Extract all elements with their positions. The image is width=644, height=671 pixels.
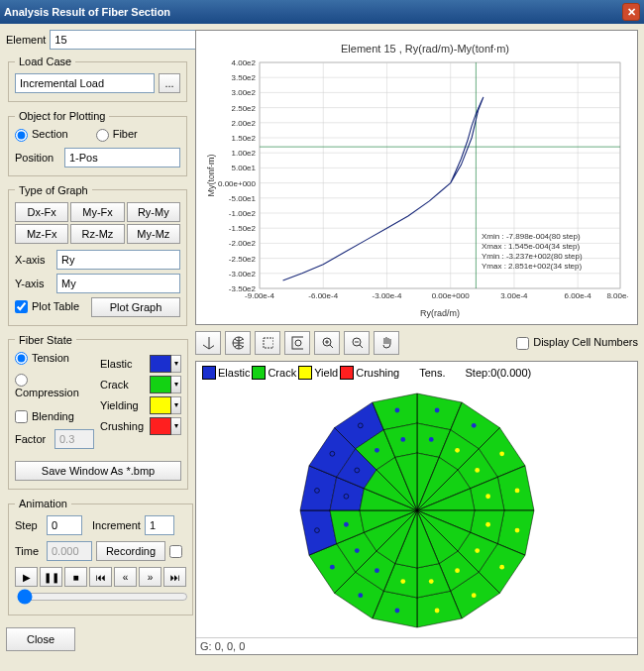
svg-text:-2.50e2: -2.50e2	[229, 255, 257, 264]
svg-rect-57	[264, 338, 273, 348]
svg-point-109	[400, 437, 405, 442]
element-field[interactable]	[50, 30, 196, 50]
svg-point-93	[394, 408, 399, 413]
svg-text:Ymax : 2.851e+002(34 step): Ymax : 2.851e+002(34 step)	[482, 262, 583, 271]
radio-tension[interactable]: Tension	[15, 352, 69, 364]
zoom-in-icon[interactable]	[314, 331, 340, 355]
animation-group: Animation Step Increment Time Recording …	[8, 498, 193, 615]
recording-button[interactable]: Recording	[96, 541, 165, 561]
fiber-state-group: Fiber State Tension Compression Blending…	[8, 334, 188, 491]
svg-point-79	[471, 423, 476, 428]
svg-point-59	[295, 340, 301, 346]
svg-text:6.00e-4: 6.00e-4	[565, 291, 592, 300]
svg-text:3.00e-4: 3.00e-4	[500, 291, 528, 300]
svg-text:5.00e1: 5.00e1	[232, 164, 257, 172]
yaxis-label: Y-axis	[15, 278, 51, 289]
zoom-window-icon[interactable]	[255, 331, 280, 355]
increment-field[interactable]	[145, 515, 174, 535]
chart: Element 15 , Ry(rad/m)-My(tonf·m)-9.00e-…	[202, 39, 628, 318]
close-button[interactable]: Close	[6, 627, 75, 651]
svg-point-94	[428, 437, 433, 442]
step-field[interactable]	[47, 515, 82, 535]
swatch-elastic-drop[interactable]: ▾	[171, 355, 181, 373]
view-toolbar	[195, 331, 399, 355]
btn-ry-my[interactable]: Ry-My	[127, 202, 180, 222]
svg-point-102	[400, 579, 405, 584]
btn-rz-mz[interactable]: Rz-Mz	[70, 224, 124, 244]
rewind-button[interactable]: «	[114, 567, 137, 587]
step-label: Step	[15, 519, 43, 531]
svg-point-88	[329, 565, 334, 570]
pause-button[interactable]: ❚❚	[40, 567, 62, 587]
loadcase-group: Load Case Incremental Load ...	[8, 56, 187, 102]
svg-text:1.50e2: 1.50e2	[232, 134, 257, 143]
svg-point-96	[475, 468, 480, 473]
display-cell-check[interactable]: Display Cell Numbers	[516, 336, 638, 350]
pan-icon[interactable]	[374, 331, 399, 355]
svg-point-104	[354, 548, 359, 553]
title-bar: Analysis Result of Fiber Section ✕	[0, 0, 644, 24]
object-plotting-group: Object for Plotting Section Fiber Positi…	[8, 110, 187, 176]
svg-text:-5.00e1: -5.00e1	[229, 194, 257, 203]
xaxis-select[interactable]: Ry	[56, 250, 180, 270]
svg-point-83	[499, 565, 504, 570]
svg-point-80	[499, 451, 504, 456]
last-button[interactable]: ⏭	[163, 567, 186, 587]
increment-label: Increment	[92, 519, 141, 531]
btn-my-fx[interactable]: My-Fx	[70, 202, 124, 222]
recording-check[interactable]	[169, 545, 182, 558]
radio-fiber[interactable]: Fiber	[96, 128, 138, 142]
save-window-button[interactable]: Save Window As *.bmp	[15, 461, 181, 481]
svg-text:0.00e+000: 0.00e+000	[432, 291, 471, 300]
yaxis-select[interactable]: My	[56, 274, 180, 293]
left-panel: Element En Load Case Incremental Load ..…	[6, 30, 189, 655]
graph-panel: Element 15 , Ry(rad/m)-My(tonf·m)-9.00e-…	[195, 30, 638, 325]
loadcase-more-button[interactable]: ...	[159, 73, 180, 93]
loadcase-select[interactable]: Incremental Load	[15, 73, 155, 93]
globe-icon[interactable]	[225, 331, 251, 355]
axes-icon[interactable]	[195, 331, 221, 355]
forward-button[interactable]: »	[139, 567, 161, 587]
plot-graph-button[interactable]: Plot Graph	[91, 297, 180, 317]
svg-point-97	[485, 494, 490, 499]
swatch-yield-drop[interactable]: ▾	[171, 396, 181, 414]
radio-section[interactable]: Section	[15, 128, 68, 142]
svg-point-99	[475, 548, 480, 553]
first-button[interactable]: ⏮	[89, 567, 112, 587]
swatch-crack	[150, 376, 171, 393]
anim-slider[interactable]	[17, 589, 188, 605]
radio-compression[interactable]: Compression	[15, 373, 79, 398]
btn-my-mz[interactable]: My-Mz	[127, 224, 180, 244]
fiber-section	[204, 384, 630, 637]
close-icon[interactable]: ✕	[622, 3, 640, 21]
btn-mz-fx[interactable]: Mz-Fx	[15, 224, 68, 244]
window-title: Analysis Result of Fiber Section	[4, 6, 170, 18]
svg-text:2.50e2: 2.50e2	[232, 104, 257, 113]
svg-point-87	[358, 593, 363, 598]
svg-text:3.50e2: 3.50e2	[232, 73, 257, 82]
play-button[interactable]: ▶	[15, 567, 38, 587]
time-label: Time	[15, 545, 43, 557]
svg-text:3.00e2: 3.00e2	[232, 88, 257, 97]
svg-text:-6.00e-4: -6.00e-4	[308, 291, 338, 300]
plot-table-check[interactable]: Plot Table	[15, 300, 79, 314]
check-blending[interactable]: Blending	[15, 410, 74, 422]
zoom-fit-icon[interactable]	[284, 331, 310, 355]
svg-point-85	[434, 609, 439, 614]
swatch-elastic	[150, 355, 171, 373]
svg-text:4.00e2: 4.00e2	[232, 58, 257, 67]
svg-point-82	[514, 528, 519, 533]
swatch-crack-drop[interactable]: ▾	[171, 376, 181, 393]
position-select[interactable]: 1-Pos	[64, 148, 180, 168]
zoom-out-icon[interactable]	[344, 331, 370, 355]
swatch-crush-drop[interactable]: ▾	[171, 417, 181, 435]
svg-text:-3.00e-4: -3.00e-4	[373, 291, 402, 300]
svg-text:-3.50e2: -3.50e2	[229, 284, 257, 293]
time-field	[47, 541, 92, 561]
btn-dx-fx[interactable]: Dx-Fx	[15, 202, 68, 222]
svg-text:-1.50e2: -1.50e2	[229, 224, 257, 233]
stop-button[interactable]: ■	[64, 567, 87, 587]
status-bar: G: 0, 0, 0	[196, 637, 637, 654]
svg-text:Element 15 , Ry(rad/m)-My(tonf: Element 15 , Ry(rad/m)-My(tonf·m)	[341, 43, 509, 55]
svg-text:Xmax : 1.545e-004(34 step): Xmax : 1.545e-004(34 step)	[482, 242, 581, 251]
